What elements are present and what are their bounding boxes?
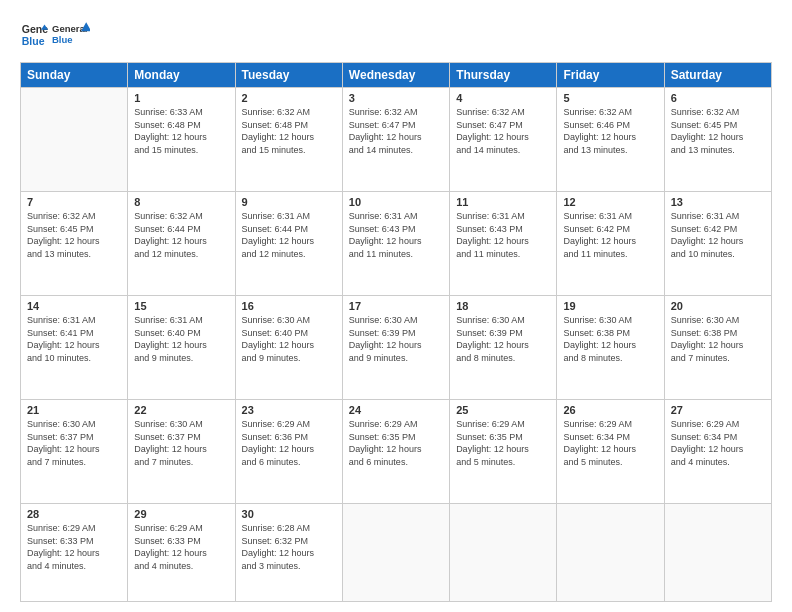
day-number: 29: [134, 508, 228, 520]
day-number: 1: [134, 92, 228, 104]
day-info: Sunrise: 6:32 AM Sunset: 6:45 PM Dayligh…: [27, 210, 121, 260]
day-info: Sunrise: 6:29 AM Sunset: 6:33 PM Dayligh…: [134, 522, 228, 572]
day-number: 20: [671, 300, 765, 312]
day-info: Sunrise: 6:28 AM Sunset: 6:32 PM Dayligh…: [242, 522, 336, 572]
calendar-header-sunday: Sunday: [21, 63, 128, 88]
day-info: Sunrise: 6:33 AM Sunset: 6:48 PM Dayligh…: [134, 106, 228, 156]
calendar-cell: 11Sunrise: 6:31 AM Sunset: 6:43 PM Dayli…: [450, 192, 557, 296]
day-info: Sunrise: 6:32 AM Sunset: 6:47 PM Dayligh…: [349, 106, 443, 156]
calendar-cell: 16Sunrise: 6:30 AM Sunset: 6:40 PM Dayli…: [235, 296, 342, 400]
calendar-header-row: SundayMondayTuesdayWednesdayThursdayFrid…: [21, 63, 772, 88]
day-info: Sunrise: 6:32 AM Sunset: 6:45 PM Dayligh…: [671, 106, 765, 156]
calendar-cell: 10Sunrise: 6:31 AM Sunset: 6:43 PM Dayli…: [342, 192, 449, 296]
day-number: 8: [134, 196, 228, 208]
day-number: 26: [563, 404, 657, 416]
day-number: 13: [671, 196, 765, 208]
calendar-cell: 20Sunrise: 6:30 AM Sunset: 6:38 PM Dayli…: [664, 296, 771, 400]
calendar-cell: 28Sunrise: 6:29 AM Sunset: 6:33 PM Dayli…: [21, 504, 128, 602]
day-info: Sunrise: 6:30 AM Sunset: 6:39 PM Dayligh…: [456, 314, 550, 364]
day-number: 3: [349, 92, 443, 104]
day-info: Sunrise: 6:29 AM Sunset: 6:34 PM Dayligh…: [671, 418, 765, 468]
calendar-cell: [664, 504, 771, 602]
day-number: 28: [27, 508, 121, 520]
calendar-header-wednesday: Wednesday: [342, 63, 449, 88]
day-number: 4: [456, 92, 550, 104]
calendar-cell: 6Sunrise: 6:32 AM Sunset: 6:45 PM Daylig…: [664, 88, 771, 192]
day-number: 24: [349, 404, 443, 416]
day-info: Sunrise: 6:31 AM Sunset: 6:43 PM Dayligh…: [456, 210, 550, 260]
calendar-header-thursday: Thursday: [450, 63, 557, 88]
calendar-cell: 12Sunrise: 6:31 AM Sunset: 6:42 PM Dayli…: [557, 192, 664, 296]
day-number: 10: [349, 196, 443, 208]
day-number: 25: [456, 404, 550, 416]
calendar-cell: 5Sunrise: 6:32 AM Sunset: 6:46 PM Daylig…: [557, 88, 664, 192]
calendar-cell: 19Sunrise: 6:30 AM Sunset: 6:38 PM Dayli…: [557, 296, 664, 400]
logo: General Blue General Blue: [20, 18, 90, 52]
calendar-cell: [21, 88, 128, 192]
calendar-cell: 21Sunrise: 6:30 AM Sunset: 6:37 PM Dayli…: [21, 400, 128, 504]
day-info: Sunrise: 6:31 AM Sunset: 6:43 PM Dayligh…: [349, 210, 443, 260]
calendar-cell: 3Sunrise: 6:32 AM Sunset: 6:47 PM Daylig…: [342, 88, 449, 192]
day-info: Sunrise: 6:32 AM Sunset: 6:46 PM Dayligh…: [563, 106, 657, 156]
calendar-cell: 24Sunrise: 6:29 AM Sunset: 6:35 PM Dayli…: [342, 400, 449, 504]
calendar-cell: 8Sunrise: 6:32 AM Sunset: 6:44 PM Daylig…: [128, 192, 235, 296]
calendar-cell: 7Sunrise: 6:32 AM Sunset: 6:45 PM Daylig…: [21, 192, 128, 296]
logo-icon: General Blue: [20, 21, 48, 49]
calendar-cell: 15Sunrise: 6:31 AM Sunset: 6:40 PM Dayli…: [128, 296, 235, 400]
day-info: Sunrise: 6:31 AM Sunset: 6:40 PM Dayligh…: [134, 314, 228, 364]
calendar-header-saturday: Saturday: [664, 63, 771, 88]
day-number: 7: [27, 196, 121, 208]
day-number: 2: [242, 92, 336, 104]
day-number: 19: [563, 300, 657, 312]
day-number: 15: [134, 300, 228, 312]
calendar-cell: [450, 504, 557, 602]
day-number: 16: [242, 300, 336, 312]
calendar-cell: 27Sunrise: 6:29 AM Sunset: 6:34 PM Dayli…: [664, 400, 771, 504]
day-number: 18: [456, 300, 550, 312]
day-number: 23: [242, 404, 336, 416]
day-number: 5: [563, 92, 657, 104]
calendar-cell: 25Sunrise: 6:29 AM Sunset: 6:35 PM Dayli…: [450, 400, 557, 504]
day-info: Sunrise: 6:29 AM Sunset: 6:35 PM Dayligh…: [456, 418, 550, 468]
day-number: 22: [134, 404, 228, 416]
day-info: Sunrise: 6:29 AM Sunset: 6:35 PM Dayligh…: [349, 418, 443, 468]
day-number: 11: [456, 196, 550, 208]
calendar-cell: [557, 504, 664, 602]
day-number: 17: [349, 300, 443, 312]
day-info: Sunrise: 6:31 AM Sunset: 6:42 PM Dayligh…: [563, 210, 657, 260]
page: General Blue General Blue Sunda: [0, 0, 792, 612]
day-info: Sunrise: 6:31 AM Sunset: 6:41 PM Dayligh…: [27, 314, 121, 364]
calendar-header-monday: Monday: [128, 63, 235, 88]
calendar-cell: 23Sunrise: 6:29 AM Sunset: 6:36 PM Dayli…: [235, 400, 342, 504]
day-number: 21: [27, 404, 121, 416]
calendar-week-row: 14Sunrise: 6:31 AM Sunset: 6:41 PM Dayli…: [21, 296, 772, 400]
day-number: 30: [242, 508, 336, 520]
calendar-cell: 1Sunrise: 6:33 AM Sunset: 6:48 PM Daylig…: [128, 88, 235, 192]
day-info: Sunrise: 6:29 AM Sunset: 6:33 PM Dayligh…: [27, 522, 121, 572]
calendar-cell: 22Sunrise: 6:30 AM Sunset: 6:37 PM Dayli…: [128, 400, 235, 504]
day-info: Sunrise: 6:29 AM Sunset: 6:36 PM Dayligh…: [242, 418, 336, 468]
svg-text:Blue: Blue: [52, 34, 73, 45]
calendar-cell: 13Sunrise: 6:31 AM Sunset: 6:42 PM Dayli…: [664, 192, 771, 296]
calendar-header-tuesday: Tuesday: [235, 63, 342, 88]
day-number: 27: [671, 404, 765, 416]
day-info: Sunrise: 6:30 AM Sunset: 6:37 PM Dayligh…: [134, 418, 228, 468]
calendar-cell: 4Sunrise: 6:32 AM Sunset: 6:47 PM Daylig…: [450, 88, 557, 192]
header: General Blue General Blue: [20, 18, 772, 52]
calendar-cell: 29Sunrise: 6:29 AM Sunset: 6:33 PM Dayli…: [128, 504, 235, 602]
day-info: Sunrise: 6:31 AM Sunset: 6:42 PM Dayligh…: [671, 210, 765, 260]
day-info: Sunrise: 6:30 AM Sunset: 6:39 PM Dayligh…: [349, 314, 443, 364]
calendar-cell: 18Sunrise: 6:30 AM Sunset: 6:39 PM Dayli…: [450, 296, 557, 400]
day-info: Sunrise: 6:31 AM Sunset: 6:44 PM Dayligh…: [242, 210, 336, 260]
calendar-cell: 14Sunrise: 6:31 AM Sunset: 6:41 PM Dayli…: [21, 296, 128, 400]
day-number: 12: [563, 196, 657, 208]
calendar-cell: 30Sunrise: 6:28 AM Sunset: 6:32 PM Dayli…: [235, 504, 342, 602]
logo-graphic: General Blue: [52, 18, 90, 52]
day-info: Sunrise: 6:30 AM Sunset: 6:37 PM Dayligh…: [27, 418, 121, 468]
calendar-cell: 17Sunrise: 6:30 AM Sunset: 6:39 PM Dayli…: [342, 296, 449, 400]
calendar-cell: 2Sunrise: 6:32 AM Sunset: 6:48 PM Daylig…: [235, 88, 342, 192]
day-info: Sunrise: 6:30 AM Sunset: 6:38 PM Dayligh…: [563, 314, 657, 364]
calendar-cell: [342, 504, 449, 602]
day-info: Sunrise: 6:32 AM Sunset: 6:44 PM Dayligh…: [134, 210, 228, 260]
calendar-week-row: 7Sunrise: 6:32 AM Sunset: 6:45 PM Daylig…: [21, 192, 772, 296]
